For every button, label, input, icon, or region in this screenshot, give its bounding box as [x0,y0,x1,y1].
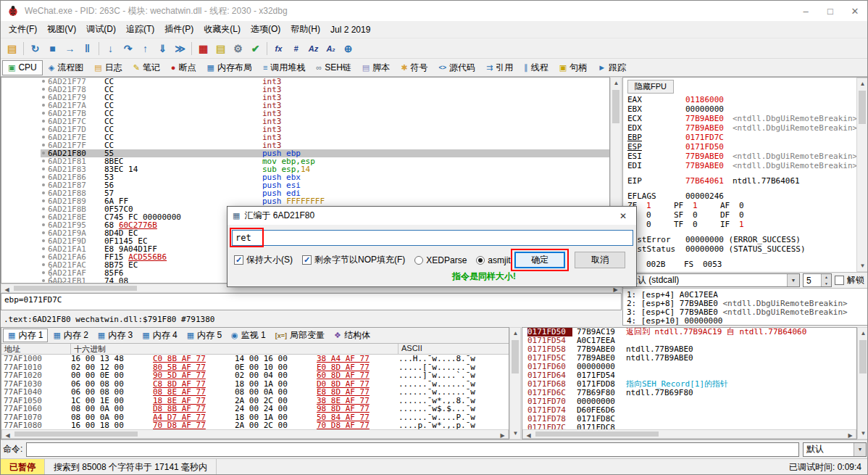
assembly-instruction-input[interactable] [232,230,633,246]
breakpoint-dot[interactable] [1,261,48,269]
cancel-button[interactable]: 取消 [575,252,625,268]
scroll-up-arrow[interactable]: ▲ [857,78,868,89]
stack-row[interactable]: 0171FD680171FDD8指向SEH_Record[1]的指针 [522,380,856,389]
tab-SEH链[interactable]: ∞SEH链 [311,60,356,75]
breakpoint-dot[interactable] [1,102,48,110]
settings-icon[interactable]: ⚙ [230,41,246,57]
disasm-row[interactable]: 6AD21F7BCCint3 [1,110,609,117]
breakpoint-dot[interactable] [1,197,48,205]
stack-hscrollbar[interactable]: ◀▶ [522,429,856,439]
tab-CPU[interactable]: ▣CPU [2,60,43,75]
command-input[interactable] [26,442,799,457]
spinner-arrows[interactable]: ▲▼ [821,274,831,286]
az-icon[interactable]: Az [305,41,322,57]
dump-row[interactable]: 77AF102000 00 0E 0090 5D AF 7702 00 04 0… [1,371,509,380]
tab-流程图[interactable]: ◈流程图 [43,60,88,75]
stop-icon[interactable]: ■ [44,41,61,57]
step-into-icon[interactable]: ↓ [102,41,119,57]
breakpoint-dot[interactable] [1,173,48,181]
close-button[interactable]: ✕ [843,1,867,21]
open-file-icon[interactable]: ▤ [4,41,20,57]
tab-跟踪[interactable]: ►跟踪 [593,60,631,75]
scroll-thumb[interactable] [14,286,137,291]
menu-item[interactable]: 文件(F) [4,22,42,37]
register-row[interactable]: ECX77B9ABE0<ntdll.DbgUiRemoteBreakin> [627,114,855,123]
disasm-row[interactable]: 6AD21F7CCCint3 [1,117,609,125]
register-row[interactable]: LastStatus00000000 (STATUS_SUCCESS) [627,244,855,254]
breakpoint-dot[interactable] [1,245,48,253]
breakpoint-dot[interactable] [1,133,48,141]
scroll-thumb[interactable] [512,340,519,373]
tab-内存 5[interactable]: ▦内存 5 [183,329,226,342]
scroll-track[interactable] [510,339,520,428]
breakpoint-dot[interactable] [1,149,48,157]
scroll-thumb[interactable] [535,431,659,437]
scroll-down-arrow[interactable]: ▼ [857,260,868,271]
run-icon[interactable]: → [62,41,78,57]
tab-内存布局[interactable]: ▦内存布局 [202,60,257,75]
disasm-row[interactable]: 6AD21F8653push ebx [1,173,609,181]
menu-item[interactable]: 插件(P) [159,22,199,37]
breakpoint-dot[interactable] [1,110,48,117]
tab-引用[interactable]: ⇉引用 [481,60,518,75]
dump-row[interactable]: 77AF100016 00 13 48C0 8B AF 7714 00 16 0… [1,355,509,363]
arguments-view[interactable]: 1: [esp+4] A0C17EEA2: [esp+8] 77B9ABE0 <… [623,288,868,325]
breakpoint-dot[interactable] [1,269,48,277]
xedparse-radio[interactable]: XEDParse [414,255,467,265]
disasm-row[interactable]: 6AD21F7ECCint3 [1,133,609,141]
breakpoint-dot[interactable] [1,141,48,149]
register-row[interactable]: GS002BFS0053 [627,260,855,269]
spinner-down-icon[interactable]: ▼ [822,281,831,287]
scroll-thumb[interactable] [859,91,866,124]
registers-vscrollbar[interactable]: ▲▼ [856,78,868,272]
register-row[interactable]: LastError00000000 (ERROR_SUCCESS) [627,235,855,244]
scroll-up-arrow[interactable]: ▲ [858,328,868,339]
calling-convention-select[interactable]: 默认 (stdcall) ▼ [625,273,800,287]
tab-内存 3[interactable]: ▦内存 3 [93,329,137,342]
disasm-row[interactable]: 6AD21F7DCCint3 [1,125,609,133]
menu-item[interactable]: 收藏夹(L) [199,22,246,37]
run-to-cursor-icon[interactable]: ⇓ [154,41,171,57]
pause-icon[interactable]: ‖ [79,41,96,57]
stack-row[interactable]: 0171FD6000000000 [522,363,856,371]
stack-row[interactable]: 0171FD5C77B9ABE0ntdll.77B9ABE0 [522,354,856,363]
hide-fpu-button[interactable]: 隐藏FPU [627,80,674,94]
breakpoint-dot[interactable] [1,277,48,284]
step-over-icon[interactable]: ↷ [120,41,136,57]
disasm-row[interactable]: 6AD21F78CCint3 [1,86,609,94]
maximize-button[interactable]: □ [818,1,843,21]
breakpoint-dot[interactable] [1,181,48,189]
stack-vscrollbar[interactable]: ▲▼ [857,327,868,439]
register-row[interactable]: OF0SF0DF0 [627,210,855,220]
dump-vscrollbar[interactable]: ▲▼ [509,327,521,439]
disasm-row[interactable]: 6AD21F77CCint3 [1,78,609,86]
scroll-track[interactable] [857,89,867,260]
tab-调用堆栈[interactable]: ≡调用堆栈 [258,60,310,75]
registers-view[interactable]: 隐藏FPU EAX01186000EBX00000000ECX77B9ABE0<… [623,78,856,272]
tab-内存 2[interactable]: ▦内存 2 [49,329,92,342]
breakpoint-dot[interactable] [1,221,48,229]
breakpoint-dot[interactable] [1,189,48,197]
fx-icon[interactable]: fx [270,41,287,57]
a2-icon[interactable]: A₂ [322,41,339,57]
command-profile-select[interactable]: 默认 ▼ [803,442,867,457]
tab-结构体[interactable]: ❖结构体 [330,329,375,342]
tab-局部变量[interactable]: [x=]局部变量 [271,329,329,342]
breakpoint-dot[interactable] [1,213,48,221]
globe-icon[interactable]: ⊕ [340,41,356,57]
tab-句柄[interactable]: ▣句柄 [554,60,592,75]
step-out-icon[interactable]: ↑ [137,41,154,57]
register-row[interactable] [627,254,855,260]
stack-row[interactable]: 0171FD7C0171FDC8 [522,424,856,429]
spinner-up-icon[interactable]: ▲ [822,274,831,281]
tab-内存 4[interactable]: ▦内存 4 [138,329,181,342]
dump-row[interactable]: 77AF104006 00 08 0008 8E AF 7708 00 0A 0… [1,388,509,397]
tab-断点[interactable]: ●断点 [166,60,201,75]
tab-日志[interactable]: ▤日志 [89,60,127,75]
menu-item[interactable]: 视图(V) [42,22,81,37]
scroll-thumb[interactable] [14,431,138,437]
stack-row[interactable]: 0171FD5077B9AC19返回到 ntdll.77B9AC19 自 ntd… [522,328,856,336]
disasm-row[interactable]: 6AD21F7ACCint3 [1,102,609,110]
scroll-down-arrow[interactable]: ▼ [510,428,521,439]
scroll-thumb[interactable] [859,340,867,373]
